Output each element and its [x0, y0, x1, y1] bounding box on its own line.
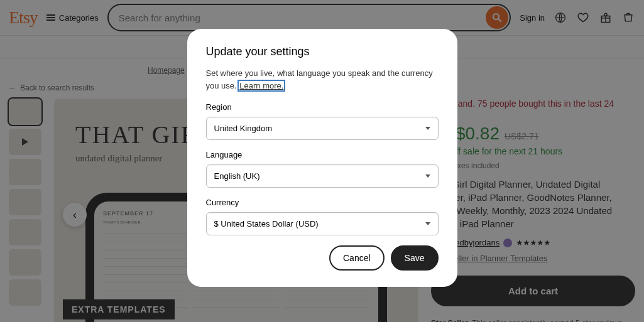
caret-down-icon [425, 127, 430, 130]
caret-down-icon [425, 174, 430, 178]
region-select[interactable]: United Kingdom [206, 117, 439, 140]
language-select[interactable]: English (UK) [206, 164, 439, 188]
currency-label: Currency [206, 198, 439, 207]
save-button[interactable]: Save [391, 245, 439, 271]
currency-select[interactable]: $ United States Dollar (USD) [206, 212, 439, 235]
settings-modal: Update your settings Set where you live,… [187, 29, 457, 287]
currency-value: $ United States Dollar (USD) [214, 219, 319, 228]
caret-down-icon [425, 222, 430, 225]
modal-overlay[interactable]: Update your settings Set where you live,… [0, 0, 644, 322]
modal-description: Set where you live, what language you sp… [206, 67, 439, 92]
region-label: Region [206, 102, 439, 112]
modal-title: Update your settings [206, 45, 439, 58]
learn-more-link[interactable]: Learn more. [239, 81, 284, 90]
region-value: United Kingdom [214, 124, 273, 133]
language-value: English (UK) [214, 171, 260, 181]
language-label: Language [206, 150, 439, 159]
cancel-button[interactable]: Cancel [329, 245, 385, 271]
